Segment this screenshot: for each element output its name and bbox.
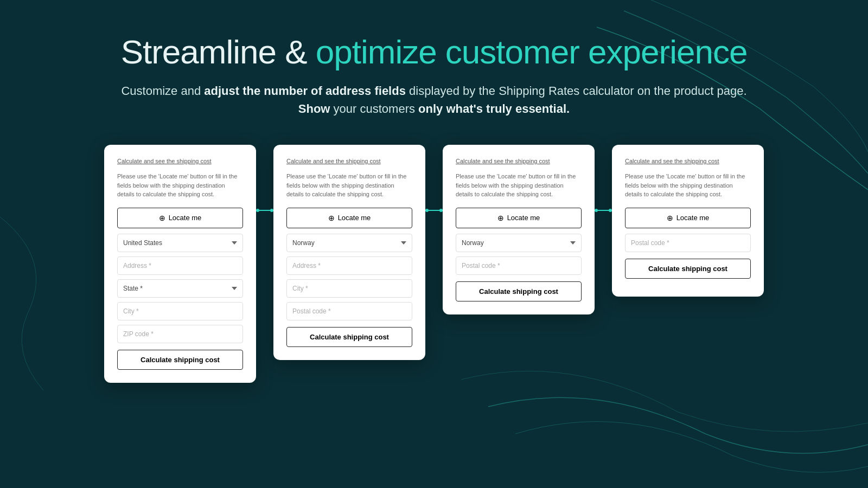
locate-icon: ⊕: [667, 214, 673, 222]
card-1-locate-button[interactable]: ⊕Locate me: [117, 208, 243, 228]
subheadline-bold1: adjust the number of address fields: [204, 84, 406, 98]
shipping-card-3: Calculate and see the shipping costPleas…: [443, 145, 595, 314]
card-3-input-1[interactable]: [456, 256, 582, 275]
card-1-calculate-button[interactable]: Calculate shipping cost: [117, 350, 243, 370]
card-4-input-0[interactable]: [625, 234, 751, 252]
card-2-input-3[interactable]: [286, 302, 412, 320]
card-2-description: Please use the 'Locate me' button or fil…: [286, 172, 412, 199]
connector-3: [595, 210, 612, 211]
card-2-locate-button[interactable]: ⊕Locate me: [286, 208, 412, 228]
subheadline-bold3: only what's truly essential.: [418, 102, 570, 115]
locate-icon: ⊕: [328, 214, 335, 222]
card-2-input-1[interactable]: [286, 256, 412, 275]
main-headline: Streamline & optimize customer experienc…: [121, 33, 748, 71]
card-2-link[interactable]: Calculate and see the shipping cost: [286, 158, 412, 164]
card-4-locate-button[interactable]: ⊕Locate me: [625, 208, 751, 228]
card-2-select-0[interactable]: Norway: [286, 234, 412, 252]
locate-icon: ⊕: [159, 214, 165, 222]
connector-1: [256, 210, 273, 211]
headline-start: Streamline &: [121, 33, 316, 70]
card-2-calculate-button[interactable]: Calculate shipping cost: [286, 327, 412, 347]
cards-container: Calculate and see the shipping costPleas…: [104, 145, 764, 383]
headline-accent: optimize customer experience: [316, 33, 748, 70]
card-1-select-0[interactable]: United States: [117, 234, 243, 252]
card-3-locate-button[interactable]: ⊕Locate me: [456, 208, 582, 228]
header-section: Streamline & optimize customer experienc…: [78, 33, 791, 118]
card-4-link[interactable]: Calculate and see the shipping cost: [625, 158, 751, 164]
connector-2: [425, 210, 443, 211]
card-1-input-3[interactable]: [117, 302, 243, 320]
subheadline-mid: displayed by the Shipping Rates calculat…: [406, 84, 747, 98]
card-4-calculate-button[interactable]: Calculate shipping cost: [625, 259, 751, 279]
subheadline-bold2: Show: [298, 102, 330, 115]
card-3-link[interactable]: Calculate and see the shipping cost: [456, 158, 582, 164]
card-1-input-1[interactable]: [117, 256, 243, 275]
card-2-input-2[interactable]: [286, 279, 412, 298]
subheadline-start: Customize and: [121, 84, 204, 98]
locate-label: Locate me: [169, 214, 202, 222]
card-3-calculate-button[interactable]: Calculate shipping cost: [456, 281, 582, 301]
card-3-description: Please use the 'Locate me' button or fil…: [456, 172, 582, 199]
card-1-description: Please use the 'Locate me' button or fil…: [117, 172, 243, 199]
card-1-input-4[interactable]: [117, 325, 243, 343]
subheadline: Customize and adjust the number of addre…: [121, 82, 748, 118]
card-4-description: Please use the 'Locate me' button or fil…: [625, 172, 751, 199]
shipping-card-2: Calculate and see the shipping costPleas…: [273, 145, 425, 360]
card-1-link[interactable]: Calculate and see the shipping cost: [117, 158, 243, 164]
locate-icon: ⊕: [497, 214, 504, 222]
locate-label: Locate me: [507, 214, 540, 222]
card-3-select-0[interactable]: Norway: [456, 234, 582, 252]
card-1-select-2[interactable]: State *: [117, 279, 243, 298]
shipping-card-1: Calculate and see the shipping costPleas…: [104, 145, 256, 383]
subheadline-end: your customers: [330, 102, 418, 115]
shipping-card-4: Calculate and see the shipping costPleas…: [612, 145, 764, 297]
locate-label: Locate me: [338, 214, 371, 222]
locate-label: Locate me: [676, 214, 710, 222]
